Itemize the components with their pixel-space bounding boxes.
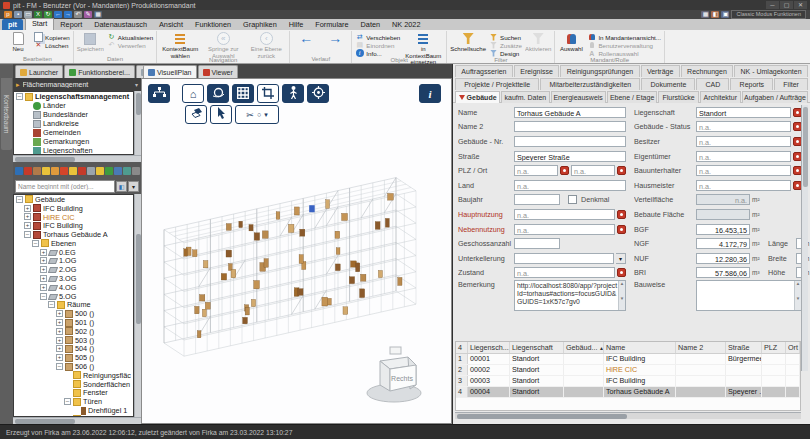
ribbon-tab-start[interactable]: Start [25, 18, 54, 30]
column-header-straße[interactable]: Straße [726, 342, 762, 353]
ribbon-tab-formulare[interactable]: Formulare [309, 19, 354, 30]
collapse-icon[interactable]: – [24, 231, 31, 238]
expand-icon[interactable]: + [56, 319, 63, 326]
dock-tab-launcher[interactable]: Launcher [15, 65, 63, 78]
tree-item-500-[interactable]: +500 () [14, 309, 133, 318]
grid-icon[interactable]: ▦ [701, 11, 709, 18]
verwerfen-button[interactable]: ↶Verwerfen [107, 41, 153, 49]
form-textarea[interactable]: http://localhost:8080/app/?projectId=tor… [514, 280, 626, 311]
pin-icon[interactable]: ▾ [135, 81, 138, 88]
detail-tab-flurstücke[interactable]: Flurstücke [658, 91, 698, 103]
tree-item-ifc-building[interactable]: +IFC Building [14, 204, 133, 213]
dock-tab-visuellplan[interactable]: VisuellPlan [143, 65, 197, 78]
tree-item-gebäude[interactable]: –Gebäude [14, 195, 133, 204]
eraser-button[interactable] [185, 105, 207, 124]
reference-picker-icon[interactable] [617, 166, 626, 175]
ribbon-tab-pit[interactable]: pit [2, 19, 23, 30]
reference-picker-icon[interactable] [617, 210, 626, 219]
rollenauswahl-button[interactable]: ARollenauswahl [587, 49, 661, 57]
tree-item-2-og[interactable]: +2.OG [14, 265, 133, 274]
arrow-icon[interactable] [132, 167, 140, 175]
Aktivieren-button[interactable]: Aktivieren [525, 31, 551, 53]
kopieren-button[interactable]: Kopieren [34, 33, 70, 41]
collapse-icon[interactable]: – [40, 293, 47, 300]
hand-icon[interactable] [33, 167, 41, 175]
table-horizontal-scrollbar[interactable] [455, 412, 801, 419]
maximize-button[interactable]: ▢ [780, 1, 793, 9]
form-input[interactable]: n.a. [514, 267, 615, 278]
person-button[interactable] [282, 84, 304, 103]
expand-icon[interactable]: + [40, 284, 47, 291]
search-dropdown-icon[interactable]: ▾ [128, 181, 139, 192]
aktualisieren-button[interactable]: ↻Aktualisieren [107, 33, 153, 41]
tree1-horizontal-scrollbar[interactable] [13, 155, 141, 162]
form-input[interactable]: n.a. [571, 165, 615, 176]
3d-viewer[interactable]: ⌂ ✂○▾ i Rechts [141, 78, 452, 424]
textarea-scrollbar[interactable]: ▲▼ [794, 281, 801, 310]
detail-tab-energieausweis[interactable]: Energieausweis [551, 91, 606, 103]
grid-button[interactable] [232, 84, 254, 103]
form-input[interactable]: n.a. [514, 165, 558, 176]
Auswahl-button[interactable]: Auswahl [558, 31, 584, 53]
collapse-icon[interactable]: – [32, 240, 39, 247]
Schnellsuche-button[interactable]: Schnellsuche [450, 31, 486, 53]
form-input[interactable]: 12.280,36 [696, 253, 750, 264]
mode-selector[interactable]: Classic Modus Funktionen [731, 10, 806, 19]
column-header-liegensch-[interactable]: Liegensch... [468, 342, 510, 353]
tree-item-fenster[interactable]: Fenster [14, 389, 133, 398]
expand-icon[interactable]: + [56, 328, 63, 335]
expand-icon[interactable]: + [40, 257, 47, 264]
tree-item-drehflügel-1[interactable]: Drehflügel 1 [14, 406, 133, 415]
detail-tab-filter[interactable]: Filter [774, 78, 808, 90]
orbit-button[interactable] [207, 84, 229, 103]
benutzerverwaltung-button[interactable]: Benutzerverwaltung [587, 41, 661, 49]
tree-item-1-og[interactable]: +1.OG [14, 257, 133, 266]
detail-tab-rechnungen[interactable]: Rechnungen [681, 65, 733, 77]
form-input[interactable]: n.a. [514, 180, 626, 191]
zus-tze-button[interactable]: Zusätze [489, 41, 522, 49]
collapse-icon[interactable]: – [64, 398, 71, 405]
form-input[interactable]: 4.172,79 [696, 238, 750, 249]
tree-item-reinigungsfläc[interactable]: Reinigungsfläc [14, 371, 133, 380]
tree-item-gemarkungen[interactable]: Gemarkungen [14, 137, 133, 146]
detail-tab-gebäude[interactable]: Gebäude [455, 91, 500, 103]
form-vertical-scrollbar[interactable] [801, 105, 808, 371]
tree-item-gemeinden[interactable]: Gemeinden [14, 128, 133, 137]
doc-icon[interactable] [87, 167, 95, 175]
expand-icon[interactable]: + [24, 222, 31, 229]
tag-icon[interactable] [78, 167, 86, 175]
tree-item-505-[interactable]: +505 () [14, 353, 133, 362]
cut-tool-button[interactable]: ✂○▾ [235, 105, 279, 124]
collapse-icon[interactable]: – [56, 363, 63, 370]
tree-item-türen[interactable]: –Türen [14, 397, 133, 406]
Eine Ebene zurück-button[interactable]: ‹Eine Ebene zurück [246, 31, 286, 59]
smiley-icon[interactable] [42, 167, 50, 175]
structure-button[interactable] [148, 84, 170, 103]
Speichern-button[interactable]: Speichern [77, 31, 104, 53]
form-input[interactable] [514, 121, 626, 132]
expand-icon[interactable]: + [56, 337, 63, 344]
form-input[interactable]: Torhaus Gebäude A [514, 107, 626, 118]
link-icon[interactable] [123, 167, 131, 175]
column-header-ort[interactable]: Ort [786, 342, 800, 353]
tree-item-5-og[interactable]: –5.OG [14, 292, 133, 301]
form-input[interactable]: n.a. [514, 224, 615, 235]
tree-item-503-[interactable]: +503 () [14, 336, 133, 345]
tree-item-501-[interactable]: +501 () [14, 318, 133, 327]
tree-item-502-[interactable]: +502 () [14, 327, 133, 336]
reference-picker-icon[interactable] [617, 268, 626, 277]
pointer-button[interactable] [210, 105, 232, 124]
tree2-horizontal-scrollbar[interactable] [13, 417, 141, 424]
search-input[interactable] [15, 180, 115, 193]
detail-tab-verträge[interactable]: Verträge [641, 65, 680, 77]
detail-tab-nk-umlagekonten[interactable]: NK - Umlagekonten [734, 65, 808, 77]
reference-picker-icon[interactable] [560, 166, 569, 175]
l-schen-button[interactable]: ✕Löschen [34, 41, 70, 49]
flame-icon[interactable] [60, 167, 68, 175]
star-icon[interactable] [96, 167, 104, 175]
form-input[interactable]: n.a. [514, 209, 615, 220]
tree-item-4-og[interactable]: +4.OG [14, 283, 133, 292]
expand-icon[interactable]: + [56, 354, 63, 361]
tree-item-3-og[interactable]: +3.OG [14, 274, 133, 283]
leaf-icon[interactable] [105, 167, 113, 175]
